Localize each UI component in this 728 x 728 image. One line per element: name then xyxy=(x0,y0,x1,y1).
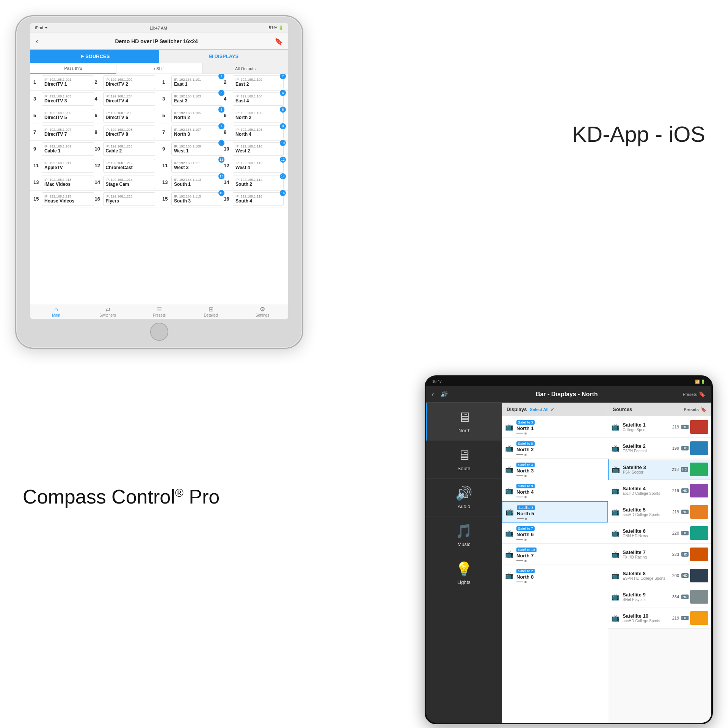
display-cell[interactable]: IP: 192.168.1.113South 1 xyxy=(171,176,222,189)
android-source-row[interactable]: 📺Satellite 3FSN Soccer218HD xyxy=(608,459,711,480)
sources-presets-button[interactable]: Presets xyxy=(684,407,699,412)
display-cell[interactable]: IP: 192.168.1.111West 3 xyxy=(171,159,222,173)
android-back-button[interactable]: ‹ xyxy=(431,390,434,399)
subtab-all-outputs[interactable]: All Outputs xyxy=(202,63,288,74)
display-cell[interactable]: IP: 192.168.1.116South 4 xyxy=(233,192,284,206)
android-source-row[interactable]: 📺Satellite 2ESPN Football199HD xyxy=(608,438,711,459)
tab-presets[interactable]: ☰ Presets xyxy=(133,304,185,319)
bookmark-presets-icon[interactable]: 🔖 xyxy=(698,391,706,398)
presets-bookmark-icon[interactable]: 🔖 xyxy=(700,406,707,413)
android-display-row[interactable]: 📺Satellite 10North 7━━━ ■ xyxy=(502,544,608,565)
source-cell[interactable]: IP: 192.168.1.210Cable 2 xyxy=(103,142,155,156)
subtab-passthru[interactable]: Pass-thru xyxy=(30,63,116,74)
android-display-row[interactable]: 📺Satellite 4North 3━━━ ■ xyxy=(502,459,608,480)
display-row[interactable]: 13IP: 192.168.1.113South 11314IP: 192.16… xyxy=(159,174,288,191)
back-button[interactable]: ‹ xyxy=(36,36,38,46)
display-cell[interactable]: IP: 192.168.1.102East 2 xyxy=(233,75,284,89)
source-row[interactable]: 5IP: 192.168.1.205DirectTV 56IP: 192.168… xyxy=(30,107,159,124)
source-cell[interactable]: IP: 192.168.1.208DirectTV 8 xyxy=(103,126,155,139)
display-row[interactable]: 15IP: 192.168.1.115South 31516IP: 192.16… xyxy=(159,191,288,207)
android-source-row[interactable]: 📺Satellite 8ESPN HD College Sports200HD xyxy=(608,565,711,586)
android-source-row[interactable]: 📺Satellite 9SNet Playoffs334HD xyxy=(608,586,711,607)
source-row[interactable]: 13IP: 192.168.1.213iMac Videos14IP: 192.… xyxy=(30,174,159,191)
android-display-row[interactable]: 📺Satellite 8North 2━━━ ■ xyxy=(502,438,608,459)
android-source-row[interactable]: 📺Satellite 5abcHD College Sports219HD xyxy=(608,501,711,522)
display-cell[interactable]: IP: 192.168.1.114South 2 xyxy=(233,176,284,189)
source-cell[interactable]: IP: 192.168.1.204DirectTV 4 xyxy=(103,92,155,106)
source-row[interactable]: 1IP: 192.168.1.201DirectTV 12IP: 192.168… xyxy=(30,74,159,91)
source-badge: Satellite 3 xyxy=(516,420,535,425)
display-row[interactable]: 1IP: 192.168.1.101East 112IP: 192.168.1.… xyxy=(159,74,288,91)
source-cell[interactable]: IP: 192.168.1.206DirectTV 6 xyxy=(103,109,155,122)
source-cell[interactable]: IP: 192.168.1.212ChromeCast xyxy=(103,159,155,173)
android-display-row[interactable]: 📺Satellite 2North 8━━━ ■ xyxy=(502,565,608,586)
source-num: 13 xyxy=(33,179,41,185)
display-cell[interactable]: IP: 192.168.1.115South 3 xyxy=(171,192,222,206)
display-cell[interactable]: IP: 192.168.1.106North 2 xyxy=(233,109,284,122)
display-badge: 2 xyxy=(280,74,286,79)
source-row[interactable]: 9IP: 192.168.1.209Cable 110IP: 192.168.1… xyxy=(30,141,159,157)
android-display-row[interactable]: 📺Satellite 9North 4━━━ ■ xyxy=(502,480,608,501)
ipad-home-button[interactable] xyxy=(150,323,168,341)
display-row[interactable]: 11IP: 192.168.1.111West 31112IP: 192.168… xyxy=(159,157,288,174)
menu-item-audio[interactable]: 🔊Audio xyxy=(426,479,502,516)
source-num: 12 xyxy=(95,163,102,168)
source-cell[interactable]: IP: 192.168.1.213iMac Videos xyxy=(42,176,94,189)
display-row[interactable]: 9IP: 192.168.1.109West 1910IP: 192.168.1… xyxy=(159,141,288,157)
source-cell[interactable]: IP: 192.168.1.202DirectTV 2 xyxy=(103,75,155,89)
source-cell[interactable]: IP: 192.168.1.207DirectTV 7 xyxy=(42,126,94,139)
display-cell[interactable]: IP: 192.168.1.101East 1 xyxy=(171,75,222,89)
source-row[interactable]: 11IP: 192.168.1.211AppleTV12IP: 192.168.… xyxy=(30,157,159,174)
tab-switchers[interactable]: ⇄ Switchers xyxy=(82,304,133,319)
subtab-shift-left[interactable]: ‹ Shift xyxy=(116,63,202,74)
source-row[interactable]: 3IP: 192.168.1.203DirectTV 34IP: 192.168… xyxy=(30,91,159,107)
display-cell[interactable]: IP: 192.168.1.107North 3 xyxy=(171,126,222,139)
display-row[interactable]: 5IP: 192.168.1.105North 256IP: 192.168.1… xyxy=(159,107,288,124)
android-display-row[interactable]: 📺Satellite 3North 5━━━ ■ xyxy=(502,501,608,522)
tab-settings[interactable]: ⚙ Settings xyxy=(237,304,288,319)
source-cell[interactable]: IP: 192.168.1.203DirectTV 3 xyxy=(42,92,94,106)
display-cell[interactable]: IP: 192.168.1.112West 4 xyxy=(233,159,284,173)
display-cell[interactable]: IP: 192.168.1.105North 2 xyxy=(171,109,222,122)
check-icon[interactable]: ✓ xyxy=(550,406,555,413)
android-source-row[interactable]: 📺Satellite 4abcHD College Sports219HD xyxy=(608,480,711,501)
android-display-row[interactable]: 📺Satellite 7North 6━━━ ■ xyxy=(502,522,608,544)
bookmark-icon[interactable]: 🔖 xyxy=(275,37,283,46)
display-cell[interactable]: IP: 192.168.1.110West 2 xyxy=(233,142,284,156)
menu-item-south[interactable]: 🖥South xyxy=(426,441,502,479)
android-source-row[interactable]: 📺Satellite 10abcHD College Sports219HD xyxy=(608,607,711,629)
android-display-row[interactable]: 📺Satellite 3North 1━━━ ■ xyxy=(502,416,608,438)
source-tv-icon: 📺 xyxy=(611,486,620,495)
tab-main[interactable]: ⌂ Main xyxy=(30,304,82,319)
volume-icon[interactable]: 🔊 xyxy=(440,391,448,398)
tab-sources[interactable]: ➤ SOURCES xyxy=(30,50,159,63)
source-cell[interactable]: IP: 192.168.1.209Cable 1 xyxy=(42,142,94,156)
display-cell[interactable]: IP: 192.168.1.108North 4 xyxy=(233,126,284,139)
menu-item-music[interactable]: 🎵Music xyxy=(426,516,502,554)
display-wrapper: IP: 192.168.1.104East 44 xyxy=(232,91,284,107)
source-row[interactable]: 15IP: 192.168.1.215House Videos16IP: 192… xyxy=(30,191,159,207)
android-source-row[interactable]: 📺Satellite 6CNN HD News220HD xyxy=(608,522,711,544)
tab-displays[interactable]: ⊞ DISPLAYS xyxy=(159,50,288,63)
display-ip: IP: 192.168.1.108 xyxy=(235,128,281,132)
display-cell[interactable]: IP: 192.168.1.103East 3 xyxy=(171,92,222,106)
tab-detailed[interactable]: ⊞ Detailed xyxy=(185,304,237,319)
display-cell[interactable]: IP: 192.168.1.109West 1 xyxy=(171,142,222,156)
display-row[interactable]: 3IP: 192.168.1.103East 334IP: 192.168.1.… xyxy=(159,91,288,107)
source-row[interactable]: 7IP: 192.168.1.207DirectTV 78IP: 192.168… xyxy=(30,124,159,141)
menu-item-north[interactable]: 🖥North xyxy=(426,403,502,441)
source-cell[interactable]: IP: 192.168.1.201DirectTV 1 xyxy=(42,75,94,89)
source-cell[interactable]: IP: 192.168.1.215House Videos xyxy=(42,192,94,206)
android-source-row[interactable]: 📺Satellite 1College Sports219HD xyxy=(608,416,711,438)
sources-list: 📺Satellite 1College Sports219HD📺Satellit… xyxy=(608,416,711,723)
menu-item-lights[interactable]: 💡Lights xyxy=(426,554,502,592)
source-cell[interactable]: IP: 192.168.1.214Stage Cam xyxy=(103,176,155,189)
android-source-row[interactable]: 📺Satellite 7FX HD Racing223HD xyxy=(608,544,711,565)
source-thumbnail xyxy=(690,526,708,540)
display-cell[interactable]: IP: 192.168.1.104East 4 xyxy=(233,92,284,106)
source-cell[interactable]: IP: 192.168.1.205DirectTV 5 xyxy=(42,109,94,122)
display-row[interactable]: 7IP: 192.168.1.107North 378IP: 192.168.1… xyxy=(159,124,288,141)
select-all-button[interactable]: Select All xyxy=(530,407,548,412)
source-cell[interactable]: IP: 192.168.1.216Flyers xyxy=(103,192,155,206)
source-cell[interactable]: IP: 192.168.1.211AppleTV xyxy=(42,159,94,173)
